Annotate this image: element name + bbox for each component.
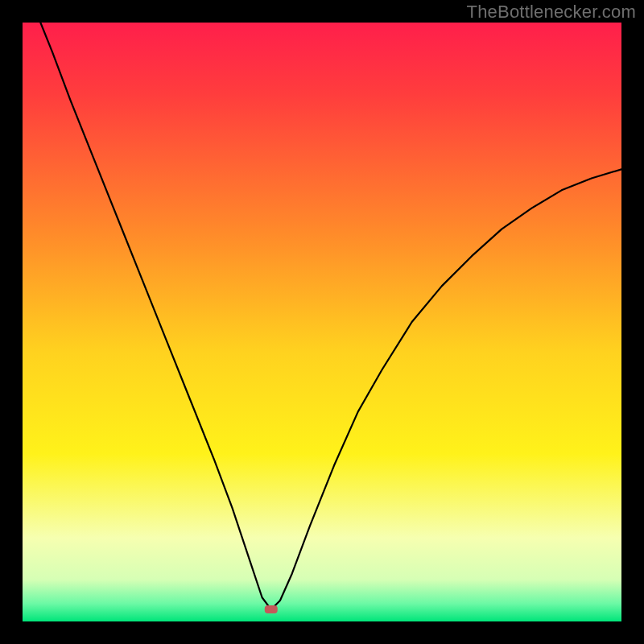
watermark-text: TheBottlenecker.com (467, 2, 636, 23)
minimum-marker (265, 605, 278, 613)
gradient-background (23, 23, 621, 621)
bottleneck-chart (23, 23, 621, 621)
chart-frame: TheBottlenecker.com (0, 0, 644, 644)
